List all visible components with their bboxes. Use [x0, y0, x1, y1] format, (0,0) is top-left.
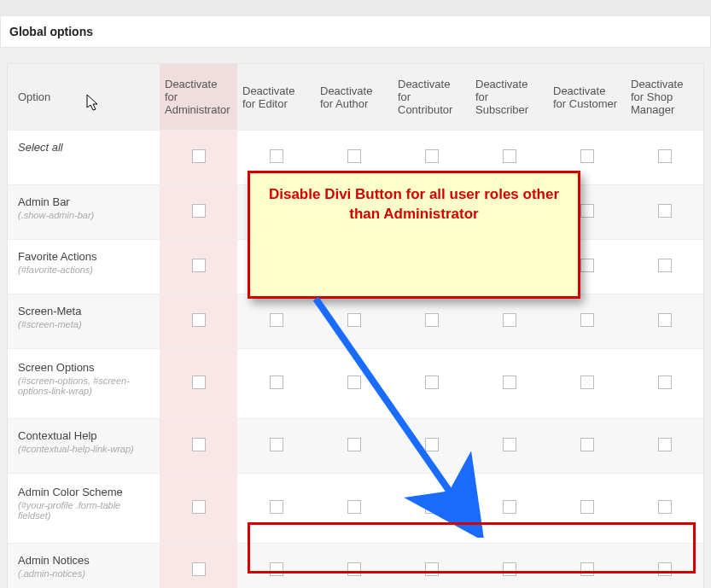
checkbox[interactable]	[658, 259, 672, 272]
row-label: Admin Color Scheme	[18, 486, 153, 498]
col-role-header: Deactivate for Shop Manager	[626, 64, 703, 131]
col-role-header: Deactivate for Author	[315, 64, 393, 131]
checkbox[interactable]	[503, 376, 516, 389]
row-label: Screen-Meta	[18, 305, 153, 317]
check-cell	[315, 294, 393, 349]
checkbox[interactable]	[658, 500, 672, 514]
checkbox[interactable]	[347, 149, 361, 163]
check-cell	[315, 544, 393, 589]
check-cell	[548, 544, 626, 589]
check-cell	[160, 544, 237, 589]
row-label-cell: Select all	[8, 131, 160, 185]
checkbox[interactable]	[270, 313, 283, 327]
page-title: Global options	[0, 15, 711, 48]
checkbox[interactable]	[425, 438, 439, 451]
check-cell	[315, 419, 393, 474]
col-role-header: Deactivate for Customer	[548, 64, 626, 131]
checkbox[interactable]	[192, 500, 206, 514]
checkbox[interactable]	[270, 376, 283, 389]
checkbox[interactable]	[658, 149, 672, 163]
check-cell	[393, 474, 470, 544]
check-cell	[237, 349, 315, 419]
checkbox[interactable]	[347, 562, 361, 576]
checkbox[interactable]	[658, 204, 672, 218]
col-role-header: Deactivate for Contributor	[393, 64, 470, 131]
check-cell	[548, 294, 626, 349]
row-meta: (#contextual-help-link-wrap)	[18, 444, 153, 454]
row-meta: (#screen-meta)	[18, 319, 153, 329]
check-cell	[626, 419, 703, 474]
checkbox[interactable]	[580, 500, 594, 514]
row-label-cell: Admin Bar(.show-admin-bar)	[8, 185, 160, 240]
checkbox[interactable]	[503, 500, 516, 514]
checkbox[interactable]	[503, 313, 516, 327]
checkbox[interactable]	[270, 500, 283, 514]
checkbox[interactable]	[347, 500, 361, 514]
checkbox[interactable]	[347, 376, 361, 389]
checkbox[interactable]	[580, 562, 594, 576]
checkbox[interactable]	[503, 562, 516, 576]
table-row: Screen Options(#screen-options, #screen-…	[8, 349, 703, 419]
checkbox[interactable]	[580, 204, 594, 218]
checkbox[interactable]	[658, 376, 672, 389]
checkbox[interactable]	[425, 149, 439, 163]
row-label: Screen Options	[18, 361, 153, 374]
checkbox[interactable]	[192, 562, 206, 576]
check-cell	[315, 474, 393, 544]
check-cell	[237, 294, 315, 349]
checkbox[interactable]	[580, 438, 594, 451]
col-role-header: Deactivate for Administrator	[160, 64, 237, 131]
checkbox[interactable]	[192, 204, 206, 218]
check-cell	[626, 544, 703, 589]
checkbox[interactable]	[580, 313, 594, 327]
checkbox[interactable]	[658, 562, 672, 576]
checkbox[interactable]	[580, 376, 594, 389]
col-role-header: Deactivate for Subscriber	[470, 64, 548, 131]
checkbox[interactable]	[347, 313, 361, 327]
checkbox[interactable]	[192, 438, 206, 451]
table-row: Screen-Meta(#screen-meta)	[8, 294, 703, 349]
check-cell	[160, 185, 237, 240]
checkbox[interactable]	[270, 149, 283, 163]
check-cell	[393, 419, 470, 474]
checkbox[interactable]	[270, 562, 283, 576]
checkbox[interactable]	[270, 438, 283, 451]
check-cell	[160, 240, 237, 294]
checkbox[interactable]	[503, 149, 516, 163]
table-row: Admin Notices(.admin-notices)	[8, 544, 703, 589]
row-label: Favorite Actions	[18, 250, 153, 263]
check-cell	[237, 544, 315, 589]
check-cell	[548, 419, 626, 474]
checkbox[interactable]	[425, 376, 439, 389]
checkbox[interactable]	[347, 438, 361, 451]
row-label: Admin Bar	[18, 195, 153, 208]
checkbox[interactable]	[192, 259, 206, 272]
check-cell	[160, 131, 237, 185]
checkbox[interactable]	[192, 149, 206, 163]
checkbox[interactable]	[658, 438, 672, 451]
row-meta: (.show-admin-bar)	[18, 210, 153, 220]
checkbox[interactable]	[425, 500, 439, 514]
check-cell	[626, 349, 703, 419]
check-cell	[470, 419, 548, 474]
check-cell	[626, 185, 703, 240]
check-cell	[470, 349, 548, 419]
checkbox[interactable]	[192, 313, 206, 327]
checkbox[interactable]	[658, 313, 672, 327]
row-meta: (.admin-notices)	[18, 568, 153, 579]
check-cell	[626, 240, 703, 294]
checkbox[interactable]	[580, 149, 594, 163]
checkbox[interactable]	[192, 376, 206, 389]
check-cell	[393, 544, 470, 589]
row-meta: (#favorite-actions)	[18, 265, 153, 275]
checkbox[interactable]	[503, 438, 516, 451]
checkbox[interactable]	[425, 313, 439, 327]
check-cell	[548, 474, 626, 544]
check-cell	[160, 294, 237, 349]
check-cell	[393, 349, 470, 419]
checkbox[interactable]	[580, 259, 594, 272]
table-row: Contextual Help(#contextual-help-link-wr…	[8, 419, 703, 474]
row-label: Admin Notices	[18, 554, 153, 567]
checkbox[interactable]	[425, 562, 439, 576]
table-row: Admin Color Scheme(#your-profile .form-t…	[8, 474, 703, 544]
